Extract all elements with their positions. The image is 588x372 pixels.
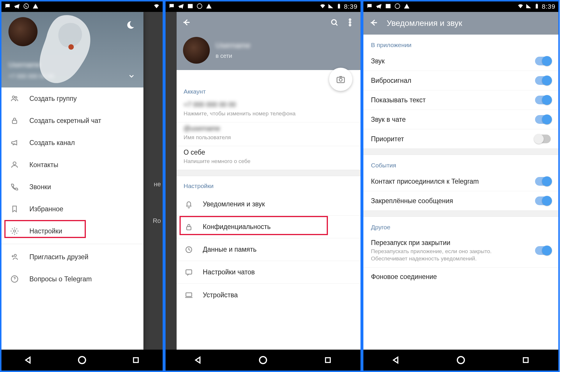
nav-home-button[interactable] — [455, 354, 467, 366]
settings-item-chats[interactable]: Настройки чатов — [177, 261, 360, 284]
row-vibrate[interactable]: Вибросигнал — [363, 71, 558, 90]
row-chat-sound[interactable]: Звук в чате — [363, 110, 558, 129]
nav-home-button[interactable] — [257, 354, 269, 366]
drawer-item-calls[interactable]: Звонки — [1, 176, 143, 198]
account-phone-row[interactable]: +7 000 000 00 00 Нажмите, чтобы изменить… — [177, 99, 360, 122]
svg-rect-32 — [523, 358, 528, 362]
image-icon — [385, 3, 391, 11]
svg-point-7 — [14, 254, 17, 257]
nav-back-button[interactable] — [22, 354, 34, 366]
svg-point-6 — [13, 230, 16, 232]
toggle[interactable] — [535, 246, 551, 255]
back-button[interactable] — [182, 18, 191, 28]
android-navbar — [363, 350, 558, 371]
toggle[interactable] — [535, 76, 551, 85]
toggle[interactable] — [535, 196, 551, 205]
expand-accounts-icon[interactable] — [128, 72, 135, 81]
account-about-row[interactable]: О себе Напишите немного о себе — [177, 146, 360, 170]
telegram-icon — [178, 3, 184, 11]
label: Избранное — [29, 205, 63, 213]
lock-icon — [10, 116, 19, 125]
row-pinned-messages[interactable]: Закреплённые сообщения — [363, 191, 558, 210]
username-value: @username — [184, 125, 353, 133]
toggle[interactable] — [535, 115, 551, 124]
svg-point-16 — [349, 19, 351, 20]
label: Вопросы о Telegram — [29, 275, 92, 283]
phone-2: 8:39 Username в сети Аккаунт +7 000 000 … — [164, 0, 362, 372]
night-mode-icon[interactable] — [125, 20, 135, 31]
svg-point-15 — [332, 20, 336, 24]
nav-home-button[interactable] — [76, 354, 88, 366]
label: Создать группу — [29, 95, 77, 103]
label: Данные и память — [203, 246, 257, 253]
image-icon — [187, 3, 193, 11]
svg-rect-29 — [536, 4, 538, 8]
svg-point-12 — [197, 3, 202, 8]
settings-item-devices[interactable]: Устройства — [177, 284, 360, 306]
nav-back-button[interactable] — [192, 354, 204, 366]
sublabel: Перезапускать приложение, если оно закры… — [371, 248, 511, 262]
signal-icon — [328, 3, 334, 11]
toggle[interactable] — [535, 135, 551, 143]
label: Создать секретный чат — [29, 117, 101, 125]
nav-back-button[interactable] — [390, 354, 402, 366]
row-background-connection[interactable]: Фоновое соединение — [363, 267, 558, 286]
avatar[interactable] — [183, 37, 210, 64]
label: Пригласить друзей — [29, 253, 88, 261]
wifi-icon — [153, 3, 160, 11]
bg-text: не — [142, 151, 163, 188]
laptop-icon — [184, 291, 194, 299]
phone-sub: Нажмите, чтобы изменить номер телефона — [184, 110, 353, 117]
messages-icon — [4, 3, 11, 11]
settings-item-notifications[interactable]: Уведомления и звук — [177, 193, 360, 216]
nav-recent-button[interactable] — [520, 354, 532, 366]
row-sound[interactable]: Звук — [363, 51, 558, 71]
signal-icon — [525, 3, 532, 11]
section-divider — [363, 210, 558, 217]
drawer-item-saved[interactable]: Избранное — [1, 198, 143, 220]
battery-icon — [534, 3, 540, 11]
drawer-item-contacts[interactable]: Контакты — [1, 154, 143, 176]
svg-rect-4 — [13, 120, 17, 124]
row-priority[interactable]: Приоритет — [363, 129, 558, 149]
toggle[interactable] — [535, 177, 551, 186]
svg-point-3 — [15, 96, 17, 98]
search-button[interactable] — [330, 18, 339, 28]
bg-text: Ro — [142, 188, 163, 225]
drawer-item-settings[interactable]: Настройки — [1, 220, 143, 242]
toggle[interactable] — [535, 96, 551, 104]
drawer-item-secret-chat[interactable]: Создать секретный чат — [1, 110, 143, 132]
section-header-account: Аккаунт — [177, 82, 360, 99]
status-clock: 8:39 — [344, 3, 358, 10]
drawer-item-create-group[interactable]: Создать группу — [1, 87, 143, 110]
whatsapp-icon — [394, 3, 401, 11]
row-contact-joined[interactable]: Контакт присоединился к Telegram — [363, 172, 558, 191]
messages-icon — [366, 3, 373, 11]
messages-icon — [168, 3, 175, 11]
drawer-header[interactable]: Username +7 000 000 00 00 — [1, 12, 143, 87]
avatar[interactable] — [8, 17, 38, 46]
back-button[interactable] — [369, 18, 379, 28]
drawer-item-create-channel[interactable]: Создать канал — [1, 132, 143, 154]
nav-recent-button[interactable] — [130, 354, 142, 366]
drawer-username: Username — [8, 61, 41, 69]
section-header-events: События — [363, 155, 558, 172]
lock-icon — [184, 223, 194, 231]
account-username-row[interactable]: @username Имя пользователя — [177, 122, 360, 146]
drawer-item-invite[interactable]: Пригласить друзей — [1, 246, 143, 268]
status-bar: 8:39 — [363, 1, 558, 12]
appbar: Уведомления и звук — [363, 12, 558, 35]
row-restart[interactable]: Перезапуск при закрытии Перезапускать пр… — [363, 234, 558, 267]
more-button[interactable] — [345, 18, 355, 28]
row-show-text[interactable]: Показывать текст — [363, 90, 558, 110]
toggle[interactable] — [535, 57, 551, 65]
svg-point-0 — [24, 3, 29, 8]
svg-rect-26 — [326, 358, 330, 362]
telegram-icon — [14, 3, 20, 11]
drawer-item-faq[interactable]: Вопросы о Telegram — [1, 268, 143, 290]
settings-item-data[interactable]: Данные и память — [177, 238, 360, 261]
settings-item-privacy[interactable]: Конфиденциальность — [177, 216, 360, 238]
nav-recent-button[interactable] — [322, 354, 334, 366]
about-sub: Напишите немного о себе — [184, 158, 353, 164]
svg-rect-21 — [187, 226, 191, 230]
